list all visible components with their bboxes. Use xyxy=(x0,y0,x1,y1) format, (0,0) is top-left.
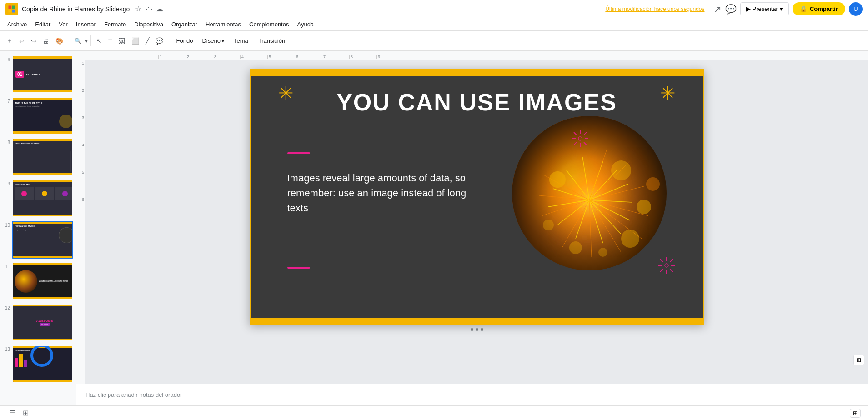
toolbar-shapes[interactable]: ⬜ xyxy=(129,35,142,46)
notes-area[interactable]: Haz clic para añadir notas del orador xyxy=(76,384,868,405)
slide-canvas-12: AWESOME WORDS xyxy=(13,305,73,340)
toolbar-diseno[interactable]: Diseño ▾ xyxy=(198,35,228,46)
toolbar-transicion[interactable]: Transición xyxy=(254,35,290,46)
menu-complementos[interactable]: Complementos xyxy=(246,20,292,29)
editor-area: 1 2 3 4 5 6 7 8 9 1 2 3 4 5 6 xyxy=(76,51,868,405)
svg-line-41 xyxy=(574,132,577,135)
circle-image xyxy=(512,116,667,270)
svg-line-52 xyxy=(670,259,673,262)
folder-icon[interactable]: 🗁 xyxy=(145,5,152,13)
ruler-v-area: 1 2 3 4 5 6 YOU CAN USE IMAGE xyxy=(76,60,868,384)
analytics-icon[interactable]: ↗ xyxy=(714,4,722,15)
slide-num-6: 6 xyxy=(3,55,10,62)
svg-line-44 xyxy=(574,142,577,145)
toolbar-fondo[interactable]: Fondo xyxy=(172,35,198,46)
scroll-dot xyxy=(476,328,478,331)
menu-ayuda[interactable]: Ayuda xyxy=(293,20,317,29)
svg-line-50 xyxy=(660,259,663,262)
toolbar-textbox[interactable]: T xyxy=(105,35,115,46)
star-top-right: ✳ xyxy=(660,84,676,102)
toolbar-paintformat[interactable]: 🎨 xyxy=(53,35,66,46)
notes-placeholder: Haz clic para añadir notas del orador xyxy=(85,391,182,398)
slide-num-9: 9 xyxy=(3,180,10,186)
slide-thumb-10[interactable]: 10 YOU CAN USE IMAGES Images reveal larg… xyxy=(2,220,74,260)
svg-line-21 xyxy=(562,200,589,248)
menu-editar[interactable]: Editar xyxy=(31,20,54,29)
toolbar-cursor[interactable]: ↖ xyxy=(94,35,105,46)
canvas-wrapper[interactable]: YOU CAN USE IMAGES ✳ ✳ Images reveal lar… xyxy=(85,60,868,384)
toolbar-redo[interactable]: ↪ xyxy=(28,35,39,46)
svg-point-30 xyxy=(611,160,631,180)
svg-point-54 xyxy=(665,264,668,267)
slide-body-text: Images reveal large amounts of data, so … xyxy=(287,170,478,215)
slide-thumb-11[interactable]: 11 AN IMAGE IS WORTH A THOUSAND WORDS xyxy=(2,261,74,301)
slide-thumb-12[interactable]: 12 AWESOME WORDS xyxy=(2,303,74,342)
pink-line-top xyxy=(287,152,310,154)
main-slide[interactable]: YOU CAN USE IMAGES ✳ ✳ Images reveal lar… xyxy=(250,69,704,325)
slide-thumb-7[interactable]: 7 THIS IS THE SLIDE TITLE Lorem ipsum do… xyxy=(2,96,74,135)
slide-img-9: THREE COLUMNS xyxy=(12,180,73,217)
menu-diapositiva[interactable]: Diapositiva xyxy=(130,20,167,29)
pink-burst-top-right xyxy=(571,130,589,151)
ruler-vertical: 1 2 3 4 5 6 xyxy=(76,60,85,384)
grid-view-icon[interactable]: ⊞ xyxy=(21,407,30,419)
present-dropdown-icon: ▾ xyxy=(780,5,783,12)
comments-icon[interactable]: 💬 xyxy=(725,4,737,15)
title-icons: ☆ 🗁 ☁ xyxy=(135,5,163,13)
cloud-icon[interactable]: ☁ xyxy=(156,5,163,13)
svg-line-22 xyxy=(589,200,592,257)
svg-rect-1 xyxy=(12,5,15,9)
menu-insertar[interactable]: Insertar xyxy=(72,20,100,29)
toolbar-image[interactable]: 🖼 xyxy=(116,35,128,46)
svg-line-5 xyxy=(567,170,589,200)
top-bar: Copia de Rhine in Flames by Slidesgo ☆ 🗁… xyxy=(0,0,868,18)
lock-icon: 🔒 xyxy=(800,5,807,12)
menu-archivo[interactable]: Archivo xyxy=(4,20,30,29)
svg-point-36 xyxy=(646,177,660,191)
top-right-actions: ↗ 💬 ▶ Presentar ▾ 🔒 Compartir U xyxy=(714,2,863,16)
share-button[interactable]: 🔒 Compartir xyxy=(793,2,845,15)
svg-line-28 xyxy=(589,148,607,200)
slide-num-7: 7 xyxy=(3,97,10,104)
menu-ver[interactable]: Ver xyxy=(55,20,71,29)
toolbar-divider-1 xyxy=(69,35,69,46)
toolbar-print[interactable]: 🖨 xyxy=(40,35,52,46)
menu-formato[interactable]: Formato xyxy=(100,20,130,29)
svg-line-17 xyxy=(582,157,589,200)
slide-img-8: THESE ARE TWO COLUMNS xyxy=(12,138,73,176)
corner-expand-button[interactable]: ⊞ xyxy=(853,355,864,365)
toolbar-undo[interactable]: ↩ xyxy=(16,35,27,46)
slide-thumb-8[interactable]: 8 THESE ARE TWO COLUMNS xyxy=(2,137,74,177)
slide-thumb-13[interactable]: 13 THIS IS A GRAPH xyxy=(2,344,74,384)
toolbar-plus[interactable]: ＋ xyxy=(4,35,15,47)
slide-panel: 6 01 SECTION A 7 THIS IS THE xyxy=(0,51,76,405)
app-logo[interactable] xyxy=(5,3,18,15)
toolbar-divider-3 xyxy=(169,35,169,46)
svg-line-11 xyxy=(589,200,621,234)
toolbar-tema[interactable]: Tema xyxy=(229,35,253,46)
bottom-corner-button[interactable]: ⊞ xyxy=(850,409,861,418)
user-avatar[interactable]: U xyxy=(849,2,863,16)
toolbar-linedraw[interactable]: ╱ xyxy=(143,35,152,46)
svg-point-29 xyxy=(549,171,566,188)
svg-line-20 xyxy=(542,200,589,216)
menu-organizar[interactable]: Organizar xyxy=(168,20,201,29)
toolbar-zoom[interactable]: 🔍 xyxy=(72,36,84,46)
slide-top-bar xyxy=(251,70,703,76)
svg-line-53 xyxy=(660,269,663,272)
star-icon[interactable]: ☆ xyxy=(135,5,141,13)
slide-thumb-6[interactable]: 6 01 SECTION A xyxy=(2,55,74,94)
toolbar-comment[interactable]: 💬 xyxy=(153,35,166,46)
slide-canvas-9: THREE COLUMNS xyxy=(13,180,73,216)
slide-img-6: 01 SECTION A xyxy=(12,55,73,93)
slide-num-11: 11 xyxy=(3,262,10,269)
svg-line-7 xyxy=(548,200,589,207)
slide-img-10: YOU CAN USE IMAGES Images reveal large a… xyxy=(12,221,73,259)
present-button[interactable]: ▶ Presentar ▾ xyxy=(740,2,789,15)
slideshow-icon: ▶ xyxy=(746,5,751,12)
list-view-icon[interactable]: ☰ xyxy=(7,407,17,419)
sparkle-glow xyxy=(512,116,667,270)
slide-thumb-9[interactable]: 9 THREE COLUMNS xyxy=(2,179,74,218)
main-area: 6 01 SECTION A 7 THIS IS THE xyxy=(0,51,868,405)
menu-herramientas[interactable]: Herramientas xyxy=(202,20,245,29)
